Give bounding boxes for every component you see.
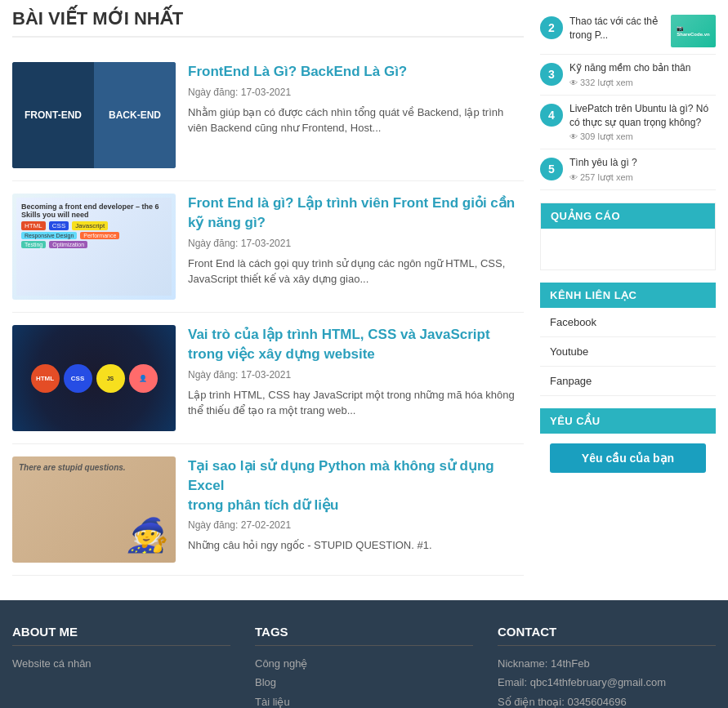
article-thumbnail-4: There are stupid questions. 🧙 <box>12 456 176 563</box>
footer-tags-title: TAGS <box>255 625 473 646</box>
rank-item-2: 2 Thao tác với các thẻ trong P... 📷 Shar… <box>540 8 716 55</box>
sidebar: 2 Thao tác với các thẻ trong P... 📷 Shar… <box>540 8 716 576</box>
article-title-1[interactable]: FrontEnd Là Gì? BackEnd Là Gì? <box>188 62 524 82</box>
rank-info-5: Tình yêu là gì ? 257 lượt xem <box>569 156 716 183</box>
rank-item-3: 3 Kỹ năng mềm cho bản thân 332 lượt xem <box>540 55 716 96</box>
footer-about-title: ABOUT ME <box>12 625 230 646</box>
rank-number-4: 4 <box>540 104 563 127</box>
article-content-2: Front End là gì? Lập trình viên Front En… <box>188 194 524 300</box>
footer-contact-email: Email: qbc14thfebruary@gmail.com <box>498 673 716 692</box>
article-item: FRONT-END BACK-END FrontEnd Là Gì? BackE… <box>12 50 524 181</box>
quangcao-body <box>541 229 715 269</box>
footer-inner: ABOUT ME Website cá nhân TAGS Công nghệ … <box>12 625 716 708</box>
footer-contact-title: CONTACT <box>498 625 716 646</box>
article-list: FRONT-END BACK-END FrontEnd Là Gì? BackE… <box>12 50 524 576</box>
footer: ABOUT ME Website cá nhân TAGS Công nghệ … <box>0 600 728 708</box>
rank-item-4: 4 LivePatch trên Ubuntu là gì? Nó có thự… <box>540 96 716 150</box>
rank-views-3: 332 lượt xem <box>569 78 716 88</box>
rank-number-5: 5 <box>540 158 563 180</box>
article-date-4: Ngày đăng: 27-02-2021 <box>188 519 524 531</box>
article-excerpt-1: Nhằm giúp bạn có được cách nhìn tổng quá… <box>188 105 524 136</box>
article-date-1: Ngày đăng: 17-03-2021 <box>188 87 524 98</box>
article-content-4: Tại sao lại sử dụng Python mà không sử d… <box>188 456 524 563</box>
footer-contact-nickname: Nickname: 14thFeb <box>498 654 716 673</box>
quangcao-title: QUẢNG CÁO <box>541 203 715 229</box>
rank-title-5: Tình yêu là gì ? <box>569 156 716 170</box>
rank-item-5: 5 Tình yêu là gì ? 257 lượt xem <box>540 149 716 190</box>
article-excerpt-4: Những câu hỏi ngу ngốc - STUPID QUESTION… <box>188 537 524 554</box>
rank-info-2: Thao tác với các thẻ trong P... <box>569 15 664 45</box>
rank-info-4: LivePatch trên Ubuntu là gì? Nó có thực … <box>569 102 716 143</box>
rank-number-3: 3 <box>540 63 563 86</box>
article-title-2[interactable]: Front End là gì? Lập trình viên Front En… <box>188 194 524 233</box>
footer-contact: CONTACT Nickname: 14thFeb Email: qbc14th… <box>498 625 716 708</box>
yeucau-title: YÊU CẦU <box>540 408 716 434</box>
rank-title-2: Thao tác với các thẻ trong P... <box>569 15 664 42</box>
thumb-fe-label: FRONT-END <box>12 62 94 168</box>
thumb-be-label: BACK-END <box>94 62 176 168</box>
rank-info-3: Kỹ năng mềm cho bản thân 332 lượt xem <box>569 61 716 88</box>
kenh-fanpage[interactable]: Fanpage <box>540 367 716 396</box>
article-content-1: FrontEnd Là Gì? BackEnd Là Gì? Ngày đăng… <box>188 62 524 168</box>
main-content: BÀI VIẾT MỚI NHẤT FRONT-END BACK-END Fro… <box>12 8 524 576</box>
footer-about-text: Website cá nhân <box>12 654 230 673</box>
yeucau-button[interactable]: Yêu cầu của bạn <box>550 443 706 473</box>
rank-img-sharecode: 📷 ShareCode.vn <box>671 15 716 47</box>
yeucau-widget: YÊU CẦU Yêu cầu của bạn <box>540 408 716 473</box>
footer-tag-1[interactable]: Blog <box>255 673 473 692</box>
page-title: BÀI VIẾT MỚI NHẤT <box>12 8 524 38</box>
quangcao-widget: QUẢNG CÁO <box>540 203 716 270</box>
article-item: There are stupid questions. 🧙 Tại sao lạ… <box>12 444 524 576</box>
article-thumbnail-1: FRONT-END BACK-END <box>12 62 176 168</box>
footer-tag-2[interactable]: Tài liệu <box>255 692 473 708</box>
article-content-3: Vai trò của lập trình HTML, CSS và JavaS… <box>188 325 524 431</box>
kenh-youtube[interactable]: Youtube <box>540 337 716 367</box>
article-thumbnail-3: HTML CSS JS 👤 <box>12 325 176 431</box>
kenh-facebook[interactable]: Facebook <box>540 308 716 337</box>
article-item: Becoming a front end developer – the 6 S… <box>12 181 524 313</box>
rank-img-2: 📷 ShareCode.vn <box>671 15 716 47</box>
article-date-2: Ngày đăng: 17-03-2021 <box>188 238 524 249</box>
rank-title-3: Kỹ năng mềm cho bản thân <box>569 61 716 75</box>
rank-views-5: 257 lượt xem <box>569 172 716 183</box>
footer-contact-phone: Số điện thoại: 0345604696 <box>498 692 716 708</box>
article-title-4[interactable]: Tại sao lại sử dụng Python mà không sử d… <box>188 456 524 514</box>
kenh-title: KÊNH LIÊN LẠC <box>540 283 716 308</box>
rank-title-4: LivePatch trên Ubuntu là gì? Nó có thực … <box>569 102 716 130</box>
rank-number-2: 2 <box>540 16 563 39</box>
footer-tags: TAGS Công nghệ Blog Tài liệu Thuật toán … <box>255 625 473 708</box>
article-excerpt-2: Front End là cách gọi quy trình sử dụng … <box>188 256 524 287</box>
footer-tag-0[interactable]: Công nghệ <box>255 654 473 673</box>
article-item: HTML CSS JS 👤 Vai trò của lập trình HTML… <box>12 313 524 444</box>
footer-about: ABOUT ME Website cá nhân <box>12 625 230 708</box>
article-thumbnail-2: Becoming a front end developer – the 6 S… <box>12 194 176 300</box>
rank-views-4: 309 lượt xem <box>569 131 716 142</box>
article-date-3: Ngày đăng: 17-03-2021 <box>188 369 524 381</box>
sidebar-ranking: 2 Thao tác với các thẻ trong P... 📷 Shar… <box>540 8 716 190</box>
kenh-widget: KÊNH LIÊN LẠC Facebook Youtube Fanpage <box>540 283 716 396</box>
article-excerpt-3: Lập trình HTML, CSS hay JavaScript một t… <box>188 387 524 419</box>
article-title-3[interactable]: Vai trò của lập trình HTML, CSS và JavaS… <box>188 325 524 364</box>
